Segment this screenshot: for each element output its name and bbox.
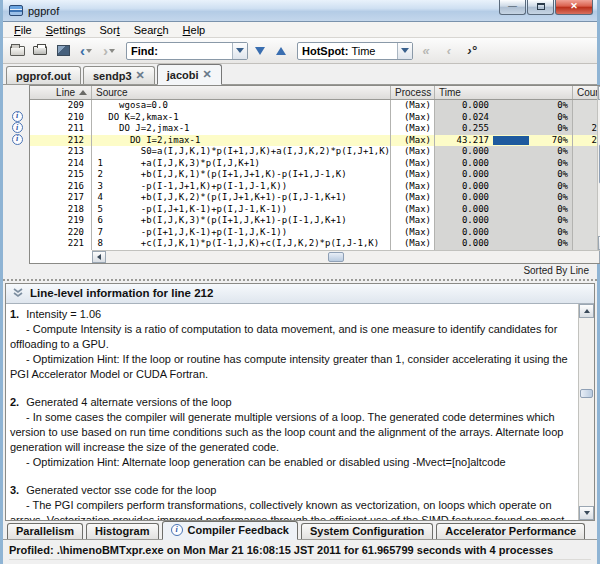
info-bullet: - In some cases the compiler will genera… bbox=[10, 410, 574, 455]
export-button[interactable] bbox=[53, 41, 73, 61]
info-vertical-scrollbar[interactable] bbox=[578, 304, 594, 520]
process-cell: (Max) bbox=[391, 215, 435, 227]
tab-label: pgprof.out bbox=[16, 70, 71, 82]
source-cell: 7 -p(I+1,J,K-1)+p(I-1,J,K-1)) bbox=[92, 227, 391, 239]
time-bar bbox=[493, 136, 529, 145]
maximize-button[interactable] bbox=[527, 0, 554, 15]
table-row[interactable]: 216 3 -p(I-1,J+1,K)+p(I-1,J-1,K)) (Max) … bbox=[30, 181, 597, 193]
menu-item-sort[interactable]: Sort bbox=[94, 23, 126, 37]
table-row[interactable]: 213 S0=a(I,J,K,1)*p(I+1,J,K)+a(I,J,K,2)*… bbox=[30, 146, 597, 158]
process-cell: (Max) bbox=[391, 204, 435, 216]
tab-close-icon[interactable]: ✕ bbox=[203, 68, 212, 81]
column-header-process[interactable]: Process bbox=[391, 86, 435, 99]
column-header-line[interactable]: Line bbox=[30, 86, 92, 99]
down-arrow-icon bbox=[255, 47, 265, 55]
hotspot-prev-button[interactable]: ‹ bbox=[439, 41, 459, 61]
column-header-count[interactable]: Count bbox=[573, 86, 597, 99]
tab-label: Compiler Feedback bbox=[188, 524, 289, 536]
window-titlebar[interactable]: pgprof — ✕ bbox=[3, 0, 597, 22]
time-value-cell: 0.000 bbox=[435, 204, 493, 216]
table-row[interactable]: 210 DO K=2,kmax-1 (Max) 0.024 0% bbox=[30, 112, 597, 124]
table-row[interactable]: 215 2 +b(I,J,K,1)*(p(I+1,J+1,K)-p(I+1,J-… bbox=[30, 169, 597, 181]
process-cell: (Max) bbox=[391, 112, 435, 124]
line-cell: 218 bbox=[30, 204, 92, 216]
left-arrow-icon bbox=[97, 254, 101, 260]
menu-item-search[interactable]: Search bbox=[128, 23, 175, 37]
process-cell: (Max) bbox=[391, 181, 435, 193]
time-percent-cell: 0% bbox=[537, 204, 573, 216]
process-cell: (Max) bbox=[391, 146, 435, 158]
find-next-button[interactable] bbox=[251, 42, 269, 60]
hotspot-dropdown-button[interactable] bbox=[397, 43, 412, 59]
find-prev-button[interactable] bbox=[272, 42, 290, 60]
scrollbar-track[interactable] bbox=[579, 318, 594, 506]
table-row[interactable]: 209 wgosa=0.0 (Max) 0.000 0% bbox=[30, 100, 597, 112]
menu-item-settings[interactable]: Settings bbox=[40, 23, 92, 37]
time-percent-cell: 0% bbox=[537, 215, 573, 227]
line-cell: 210 bbox=[30, 112, 92, 124]
bottom-tab-histogram[interactable]: Histogram bbox=[86, 523, 158, 539]
source-cell: DO I=2,imax-1 bbox=[92, 135, 391, 147]
bottom-tab-accelerator-performance[interactable]: Accelerator Performance bbox=[436, 523, 585, 539]
table-row[interactable]: 211 DO J=2,jmax-1 (Max) 0.255 0% 2 bbox=[30, 123, 597, 135]
line-info-button[interactable]: i bbox=[5, 134, 29, 146]
hotspot-combobox[interactable]: HotSpot: Time bbox=[297, 42, 413, 60]
down-arrow-icon bbox=[584, 511, 590, 515]
menu-item-help[interactable]: Help bbox=[177, 23, 212, 37]
column-header-source[interactable]: Source bbox=[92, 86, 391, 99]
hotspot-first-button[interactable]: « bbox=[416, 41, 436, 61]
scroll-up-button[interactable] bbox=[579, 304, 594, 318]
open-button[interactable] bbox=[7, 41, 27, 61]
scrollbar-thumb[interactable] bbox=[580, 389, 593, 398]
minimize-button[interactable]: — bbox=[499, 0, 526, 15]
source-table-zone: iii Line Source Process Time Count 209 bbox=[3, 85, 597, 264]
tab-close-icon[interactable]: ✕ bbox=[136, 69, 145, 82]
hotspot-next-button[interactable]: ›° bbox=[462, 41, 482, 61]
table-horizontal-scrollbar[interactable] bbox=[92, 250, 600, 263]
forward-button[interactable]: › bbox=[99, 41, 119, 61]
column-header-time[interactable]: Time bbox=[435, 86, 573, 99]
process-cell: (Max) bbox=[391, 123, 435, 135]
line-cell: 221 bbox=[30, 238, 92, 250]
table-row[interactable]: 220 7 -p(I+1,J,K-1)+p(I-1,J,K-1)) (Max) … bbox=[30, 227, 597, 239]
table-row[interactable]: 214 1 +a(I,J,K,3)*p(I,J,K+1) (Max) 0.000… bbox=[30, 158, 597, 170]
time-bar-cell bbox=[493, 215, 537, 227]
collapse-chevron-icon bbox=[12, 287, 24, 299]
table-row[interactable]: 217 4 +b(I,J,K,2)*(p(I,J+1,K+1)-p(I,J-1,… bbox=[30, 192, 597, 204]
scrollbar-thumb[interactable] bbox=[328, 252, 344, 262]
tab-pgprof-out[interactable]: pgprof.out bbox=[6, 66, 81, 84]
hotspot-label: HotSpot: bbox=[302, 45, 348, 57]
gutter-cell bbox=[5, 157, 29, 169]
table-rows: 209 wgosa=0.0 (Max) 0.000 0% 210 DO K=2,… bbox=[30, 100, 597, 250]
scrollbar-track[interactable] bbox=[106, 251, 599, 263]
scroll-left-button[interactable] bbox=[92, 251, 106, 263]
close-button[interactable]: ✕ bbox=[555, 0, 593, 15]
gutter-cell bbox=[5, 99, 29, 111]
find-dropdown-button[interactable] bbox=[232, 43, 247, 59]
info-panel-header[interactable]: Line-level information for line 212 bbox=[6, 284, 594, 304]
info-section: 3. Generated vector sse code for the loo… bbox=[10, 483, 574, 520]
scroll-down-button[interactable] bbox=[579, 506, 594, 520]
tab-jacobi[interactable]: jacobi✕ bbox=[157, 64, 222, 85]
table-row[interactable]: 218 5 -p(I,J+1,K-1)+p(I,J-1,K-1)) (Max) … bbox=[30, 204, 597, 216]
find-combobox[interactable]: Find: bbox=[126, 42, 248, 60]
line-info-button[interactable]: i bbox=[5, 122, 29, 134]
table-row[interactable]: 212 DO I=2,imax-1 (Max) 43.217 70% 2 bbox=[30, 135, 597, 147]
gutter-cell bbox=[5, 145, 29, 157]
time-percent-cell: 0% bbox=[537, 181, 573, 193]
table-row[interactable]: 219 6 +b(I,J,K,3)*(p(I+1,J,K+1)-p(I-1,J,… bbox=[30, 215, 597, 227]
tab-sendp3[interactable]: sendp3✕ bbox=[83, 66, 155, 84]
bottom-tab-parallelism[interactable]: Parallelism bbox=[7, 523, 83, 539]
tab-bar: pgprof.outsendp3✕jacobi✕ bbox=[3, 64, 597, 85]
bottom-tab-compiler-feedback[interactable]: iCompiler Feedback bbox=[162, 521, 298, 540]
bottom-tab-system-configuration[interactable]: System Configuration bbox=[301, 523, 433, 539]
process-cell: (Max) bbox=[391, 100, 435, 112]
maximize-icon bbox=[537, 3, 545, 10]
forward-dropdown-icon bbox=[109, 49, 115, 53]
back-button[interactable]: ‹ bbox=[76, 41, 96, 61]
table-row[interactable]: 221 8 +c(I,J,K,1)*p(I-1,J,K)+c(I,J,K,2)*… bbox=[30, 238, 597, 250]
menu-item-file[interactable]: File bbox=[8, 23, 38, 37]
line-info-button[interactable]: i bbox=[5, 111, 29, 123]
print-button[interactable] bbox=[30, 41, 50, 61]
line-cell: 213 bbox=[30, 146, 92, 158]
